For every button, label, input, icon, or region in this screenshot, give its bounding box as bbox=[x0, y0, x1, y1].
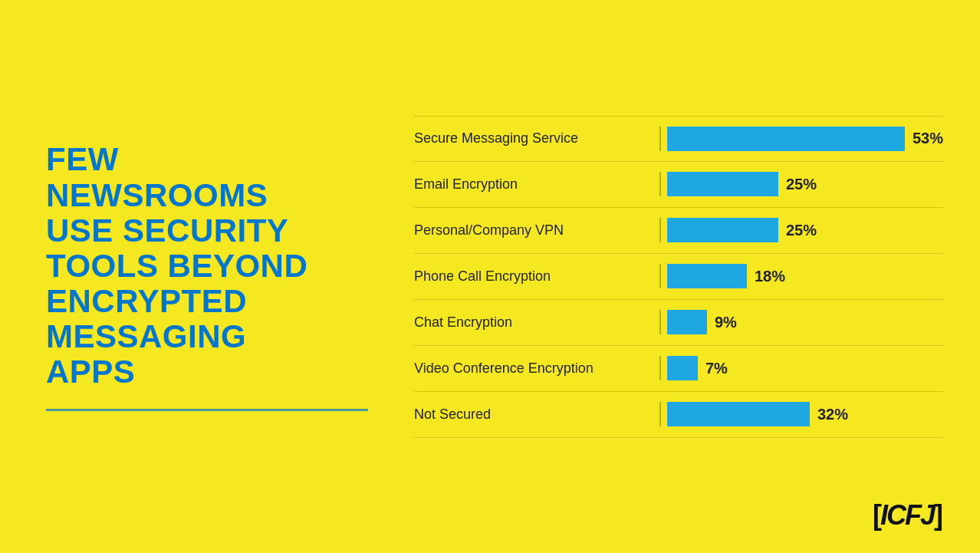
logo-bracket-right: ] bbox=[934, 499, 942, 531]
bar-area: 9% bbox=[659, 310, 943, 334]
headline-divider bbox=[46, 409, 368, 411]
bar bbox=[667, 402, 810, 426]
bar-area: 25% bbox=[659, 218, 943, 242]
row-label: Phone Call Encryption bbox=[414, 268, 659, 285]
chart-row: Phone Call Encryption18% bbox=[414, 254, 943, 300]
bar-area: 32% bbox=[659, 402, 943, 426]
bar bbox=[667, 218, 778, 242]
bar-area: 18% bbox=[659, 264, 943, 288]
chart-row: Email Encryption25% bbox=[414, 162, 943, 208]
bar bbox=[667, 172, 778, 196]
bar bbox=[667, 310, 707, 334]
bar-value: 9% bbox=[715, 314, 737, 331]
chart-row: Personal/Company VPN25% bbox=[414, 208, 943, 254]
row-label: Email Encryption bbox=[414, 176, 659, 193]
headline: FEW NEWSROOMS USE SECURITY TOOLS BEYOND … bbox=[46, 142, 337, 390]
bar-value: 25% bbox=[786, 176, 817, 193]
bar-value: 18% bbox=[755, 268, 785, 285]
row-label: Video Conference Encryption bbox=[414, 360, 659, 377]
bar-area: 25% bbox=[659, 172, 943, 196]
row-label: Not Secured bbox=[414, 407, 659, 423]
bar bbox=[667, 264, 747, 288]
row-label: Personal/Company VPN bbox=[414, 222, 659, 239]
chart-panel: Secure Messaging Service53%Email Encrypt… bbox=[368, 116, 943, 438]
row-label: Secure Messaging Service bbox=[414, 130, 659, 146]
bar-value: 32% bbox=[817, 406, 848, 423]
bar bbox=[667, 356, 698, 380]
chart-row: Secure Messaging Service53% bbox=[414, 116, 943, 162]
row-label: Chat Encryption bbox=[414, 314, 659, 331]
bar-value: 53% bbox=[913, 130, 943, 147]
bar-area: 53% bbox=[659, 127, 943, 151]
chart-row: Chat Encryption9% bbox=[414, 300, 943, 346]
left-panel: FEW NEWSROOMS USE SECURITY TOOLS BEYOND … bbox=[46, 142, 368, 410]
bar-value: 7% bbox=[705, 360, 728, 377]
logo-bracket-left: [ bbox=[873, 499, 880, 531]
bar-area: 7% bbox=[659, 356, 943, 380]
bar-value: 25% bbox=[786, 222, 817, 239]
logo: [ICFJ] bbox=[873, 499, 942, 532]
bar bbox=[667, 127, 905, 151]
chart-row: Not Secured32% bbox=[414, 392, 943, 438]
main-container: FEW NEWSROOMS USE SECURITY TOOLS BEYOND … bbox=[0, 0, 980, 553]
chart-row: Video Conference Encryption7% bbox=[414, 346, 943, 392]
